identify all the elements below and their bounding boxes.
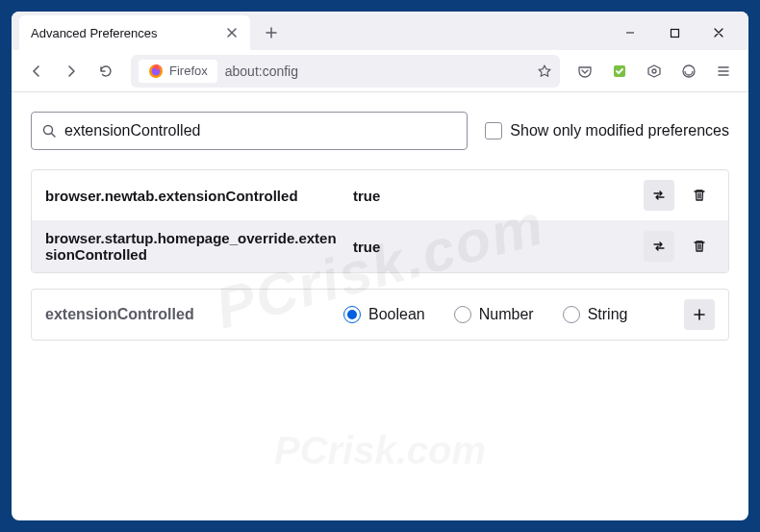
new-preference-name: extensionControlled	[45, 306, 334, 323]
radio-icon	[343, 306, 361, 323]
new-tab-button[interactable]	[258, 19, 285, 46]
new-preference-row: extensionControlled Boolean Number Strin…	[31, 289, 729, 341]
preference-row[interactable]: browser.startup.homepage_override.extens…	[32, 220, 728, 272]
type-radio-group: Boolean Number String	[343, 306, 674, 323]
tab-bar: Advanced Preferences	[12, 12, 748, 50]
radio-label: String	[588, 306, 628, 323]
reload-button[interactable]	[90, 56, 121, 87]
checkbox-icon	[485, 122, 502, 139]
toggle-icon	[651, 239, 667, 254]
browser-window: Advanced Preferences	[12, 12, 748, 520]
bookmark-star-icon[interactable]	[537, 63, 552, 79]
account-button[interactable]	[639, 56, 670, 87]
delete-button[interactable]	[684, 231, 715, 262]
preference-name: browser.newtab.extensionControlled	[45, 188, 343, 204]
search-row: Show only modified preferences	[31, 112, 729, 150]
radio-number[interactable]: Number	[454, 306, 534, 323]
close-window-button[interactable]	[697, 17, 741, 48]
toggle-button[interactable]	[644, 180, 674, 211]
radio-label: Number	[479, 306, 534, 323]
minimize-button[interactable]	[608, 17, 652, 48]
window-controls	[608, 17, 741, 48]
preference-list: browser.newtab.extensionControlled true …	[31, 169, 729, 273]
toggle-button[interactable]	[644, 231, 674, 262]
firefox-icon	[148, 63, 164, 79]
navigation-toolbar: Firefox about:config	[12, 50, 748, 92]
delete-button[interactable]	[684, 180, 715, 211]
preference-search-input[interactable]	[64, 122, 457, 139]
pocket-button[interactable]	[570, 56, 600, 87]
trash-icon	[692, 188, 707, 203]
hamburger-menu-button[interactable]	[708, 56, 739, 87]
plus-icon	[693, 308, 706, 321]
about-config-content: Show only modified preferences browser.n…	[12, 92, 748, 360]
svg-rect-0	[671, 29, 678, 37]
preference-row[interactable]: browser.newtab.extensionControlled true	[32, 170, 728, 220]
url-text: about:config	[225, 63, 298, 79]
tab-title: Advanced Preferences	[31, 26, 217, 40]
radio-icon	[454, 306, 471, 323]
preference-name: browser.startup.homepage_override.extens…	[45, 230, 343, 263]
toggle-icon	[651, 188, 667, 203]
tab-advanced-preferences[interactable]: Advanced Preferences	[19, 15, 250, 50]
radio-icon	[563, 306, 580, 323]
radio-label: Boolean	[368, 306, 425, 323]
show-only-modified-label: Show only modified preferences	[510, 122, 729, 139]
radio-string[interactable]: String	[563, 306, 628, 323]
back-button[interactable]	[21, 56, 52, 87]
preference-value: true	[353, 239, 634, 255]
identity-box[interactable]: Firefox	[139, 60, 217, 83]
add-button[interactable]	[684, 299, 715, 330]
maximize-button[interactable]	[652, 17, 697, 48]
url-bar[interactable]: Firefox about:config	[131, 55, 560, 88]
show-only-modified-checkbox[interactable]: Show only modified preferences	[485, 122, 729, 139]
preference-search-box[interactable]	[31, 112, 468, 150]
svg-point-4	[652, 69, 656, 73]
close-tab-icon[interactable]	[225, 26, 239, 39]
search-icon	[41, 123, 57, 139]
extension-button[interactable]	[604, 56, 635, 87]
identity-label: Firefox	[169, 63, 208, 78]
app-menu-icon[interactable]	[673, 56, 704, 87]
radio-boolean[interactable]: Boolean	[343, 306, 425, 323]
watermark: PCrisk.com	[274, 429, 486, 472]
preference-value: true	[353, 188, 634, 204]
trash-icon	[692, 239, 707, 254]
forward-button[interactable]	[56, 56, 87, 87]
